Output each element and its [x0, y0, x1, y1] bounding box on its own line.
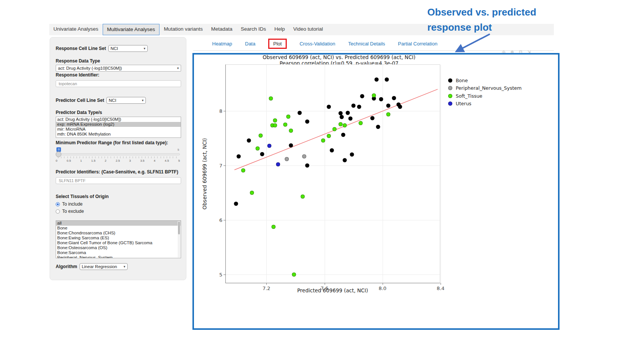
response-identifier-input[interactable]: topotecan	[56, 80, 181, 87]
option-bone-giant-cell-tumor-of-bone-gctb-sarcoma[interactable]: Bone:Giant Cell Tumor of Bone (GCTB) Sar…	[56, 240, 181, 245]
scatter-point-soft-tissue[interactable]	[250, 190, 254, 195]
scatter-plot-panel[interactable]: 7.27.68.08.45678	[225, 64, 440, 283]
scatter-point-uterus[interactable]	[267, 144, 271, 148]
scatter-point-bone[interactable]	[298, 111, 302, 115]
legend-item-uterus[interactable]: Uterus	[448, 100, 522, 108]
scatter-point-bone[interactable]	[345, 111, 350, 115]
option-bone-sarcoma[interactable]: Bone:Sarcoma	[56, 250, 181, 255]
scatter-point-soft-tissue[interactable]	[327, 134, 331, 138]
option-bone-ewing-sarcoma-es[interactable]: Bone:Ewing Sarcoma (ES)	[56, 236, 181, 240]
scatter-point-bone[interactable]	[376, 125, 380, 129]
nav-tab-search-ids[interactable]: Search IDs	[236, 24, 270, 35]
scatter-point-bone[interactable]	[370, 116, 374, 120]
scatter-point-soft-tissue[interactable]	[256, 147, 260, 151]
scatter-point-bone[interactable]	[349, 117, 353, 121]
predictor-cell-line-set-select[interactable]: NCI ▾	[106, 97, 146, 104]
scatter-point-soft-tissue[interactable]	[272, 225, 276, 229]
nav-tab-video-tutorial[interactable]: Video tutorial	[289, 24, 327, 35]
scatter-point-peripheral-nervous-system[interactable]	[284, 157, 289, 161]
scatter-point-bone[interactable]	[343, 158, 347, 162]
slider-tick-label: 2	[105, 159, 106, 162]
scatter-point-bone[interactable]	[360, 94, 364, 98]
response-cell-line-set-select[interactable]: NCI ▾	[108, 45, 148, 52]
scatter-point-soft-tissue[interactable]	[321, 138, 325, 142]
scatter-point-uterus[interactable]	[276, 162, 280, 167]
option-bone[interactable]: Bone	[56, 226, 181, 231]
scatter-point-bone[interactable]	[340, 115, 344, 119]
subtab-cross-validation[interactable]: Cross-Validation	[300, 41, 335, 47]
scatter-point-soft-tissue[interactable]	[338, 122, 342, 126]
scatter-point-peripheral-nervous-system[interactable]	[302, 154, 306, 158]
option-act-drug-activity-log10-ic50m[interactable]: act: Drug Activity (-log10[IC50M])	[56, 117, 181, 122]
slider-track[interactable]	[56, 153, 180, 155]
scatter-point-soft-tissue[interactable]	[289, 128, 293, 133]
legend-item-soft-tissue[interactable]: Soft_Tissue	[448, 92, 522, 100]
predictor-data-types-listbox[interactable]: act: Drug Activity (-log10[IC50M])exp: m…	[56, 117, 181, 138]
option-mir-microrna[interactable]: mir: MicroRNA	[56, 127, 181, 132]
legend-item-bone[interactable]: Bone	[448, 76, 522, 84]
scatter-point-soft-tissue[interactable]	[343, 123, 347, 127]
scrollbar[interactable]	[178, 221, 180, 257]
scatter-point-bone[interactable]	[234, 201, 238, 206]
scatter-point-bone[interactable]	[247, 138, 251, 142]
scatter-point-bone[interactable]	[385, 77, 389, 81]
scrollbar-thumb[interactable]	[178, 222, 180, 234]
option-mth-dna-850k-methylation[interactable]: mth: DNA 850K Methylation	[56, 132, 181, 137]
legend-item-peripheral-nervous-system[interactable]: Peripheral_Nervous_System	[448, 84, 522, 92]
scatter-point-bone[interactable]	[379, 97, 383, 101]
scatter-point-soft-tissue[interactable]	[292, 272, 296, 276]
option-peripheral-nervous-system[interactable]: Peripheral_Nervous_System	[56, 255, 181, 258]
option-bone-chondrosarcoma-chs[interactable]: Bone:Chondrosarcoma (CHS)	[56, 231, 181, 236]
scatter-point-bone[interactable]	[330, 148, 334, 152]
response-data-type-select[interactable]: act: Drug Activity (-log10[IC50M]) ▾	[56, 65, 181, 72]
scatter-point-bone[interactable]	[289, 143, 293, 147]
nav-tab-multivariate-analyses[interactable]: Multivariate Analyses	[103, 24, 160, 35]
subtab-technical-details[interactable]: Technical Details	[348, 41, 385, 47]
scatter-point-bone[interactable]	[341, 133, 345, 137]
scatter-point-bone[interactable]	[260, 152, 264, 156]
nav-tab-mutation-variants[interactable]: Mutation variants	[159, 24, 207, 35]
scatter-point-soft-tissue[interactable]	[301, 194, 305, 198]
scatter-point-bone[interactable]	[357, 105, 361, 109]
scatter-point-bone[interactable]	[237, 154, 241, 158]
scatter-point-soft-tissue[interactable]	[241, 168, 245, 172]
nav-tab-metadata[interactable]: Metadata	[207, 24, 236, 35]
scatter-point-soft-tissue[interactable]	[273, 118, 277, 122]
scatter-point-bone[interactable]	[392, 96, 396, 100]
scatter-point-soft-tissue[interactable]	[269, 97, 273, 101]
nav-tab-univariate-analyses[interactable]: Univariate Analyses	[49, 24, 103, 35]
option-all[interactable]: all	[56, 221, 181, 226]
scatter-point-bone[interactable]	[375, 77, 379, 81]
scatter-point-soft-tissue[interactable]	[286, 114, 290, 119]
scatter-point-bone[interactable]	[305, 119, 309, 123]
predictor-identifiers-input[interactable]: SLFN11 BPTF	[56, 177, 181, 184]
scatter-point-bone[interactable]	[398, 105, 402, 109]
min-predictor-range-slider[interactable]: 0 5 00.511.522.533.544.55	[56, 147, 180, 165]
scatter-point-soft-tissue[interactable]	[359, 121, 363, 125]
radio-to-include[interactable]	[56, 202, 60, 206]
subtab-partial-correlation[interactable]: Partial Correlation	[398, 41, 438, 47]
scatter-point-bone[interactable]	[352, 103, 356, 108]
scatter-point-soft-tissue[interactable]	[258, 133, 263, 137]
subtab-plot[interactable]: Plot	[268, 39, 286, 49]
scatter-point-soft-tissue[interactable]	[283, 123, 288, 127]
subtab-heatmap[interactable]: Heatmap	[212, 41, 232, 47]
slider-handle[interactable]	[56, 151, 61, 157]
option-exp-mrna-expression-log2[interactable]: exp: mRNA Expression (log2)	[56, 122, 181, 127]
scatter-point-bone[interactable]	[386, 103, 391, 108]
tissue-origin-label: Select Tissue/s of Origin	[56, 194, 180, 200]
tissue-listbox[interactable]: allBoneBone:Chondrosarcoma (CHS)Bone:Ewi…	[56, 220, 181, 258]
nav-tab-help[interactable]: Help	[270, 24, 289, 35]
scatter-point-soft-tissue[interactable]	[333, 127, 337, 131]
scatter-point-soft-tissue[interactable]	[372, 93, 376, 97]
radio-to-exclude[interactable]	[56, 209, 60, 214]
option-bone-osteosarcoma-os[interactable]: Bone:Osteosarcoma (OS)	[56, 245, 181, 250]
algorithm-select[interactable]: Linear Regression ▾	[80, 263, 128, 270]
scatter-point-bone[interactable]	[305, 163, 309, 167]
scatter-point-bone[interactable]	[350, 153, 354, 157]
subtab-data[interactable]: Data	[245, 41, 255, 47]
scatter-point-bone[interactable]	[327, 105, 331, 109]
scatter-point-soft-tissue[interactable]	[273, 123, 277, 127]
gridline-x	[325, 65, 325, 283]
scatter-point-soft-tissue[interactable]	[386, 112, 391, 116]
